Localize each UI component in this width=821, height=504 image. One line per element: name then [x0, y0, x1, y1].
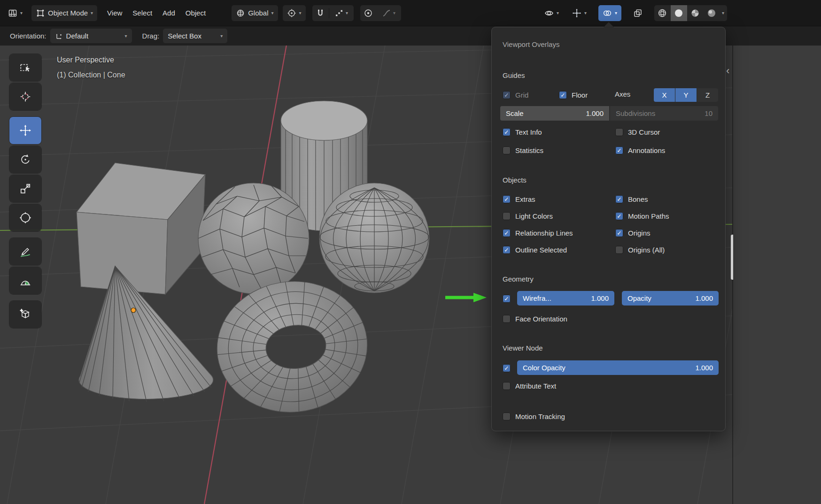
viewport-overlays-panel: Viewport Overlays Guides Grid Floor Axes… — [491, 27, 726, 431]
tool-rotate[interactable] — [9, 146, 41, 173]
section-objects: Objects — [503, 176, 527, 184]
light-colors-checkbox[interactable] — [503, 212, 511, 220]
add-cube-icon — [19, 308, 31, 321]
shading-solid-icon — [674, 8, 684, 18]
proportional-editing-toggle[interactable] — [360, 5, 377, 21]
sidebar-collapse-chevron[interactable]: ‹ — [726, 65, 729, 77]
bones-checkbox-row[interactable]: Bones — [615, 192, 648, 206]
origins-checkbox-row[interactable]: Origins — [615, 226, 651, 240]
annotations-checkbox[interactable] — [615, 146, 623, 154]
tool-transform[interactable] — [9, 204, 41, 231]
3d-cursor-checkbox[interactable] — [615, 128, 623, 136]
grid-checkbox-row[interactable]: Grid — [503, 88, 528, 102]
motion-tracking-checkbox[interactable] — [503, 412, 511, 420]
relationship-lines-checkbox-row[interactable]: Relationship Lines — [503, 226, 573, 240]
face-orientation-checkbox-row[interactable]: Face Orientation — [503, 312, 567, 326]
snap-settings-dropdown[interactable]: ▾ — [329, 5, 354, 21]
tool-measure[interactable] — [9, 267, 41, 294]
scale-icon — [19, 183, 31, 195]
face-orientation-checkbox[interactable] — [503, 315, 511, 323]
menu-select[interactable]: Select — [127, 5, 157, 21]
snap-magnet-toggle[interactable] — [312, 5, 329, 21]
tool-annotate[interactable] — [9, 238, 41, 265]
origins-all-checkbox-row[interactable]: Origins (All) — [615, 243, 665, 257]
menu-object[interactable]: Object — [180, 5, 211, 21]
origins-checkbox[interactable] — [615, 229, 623, 237]
relationship-lines-checkbox[interactable] — [503, 229, 511, 237]
orientation-axes-icon — [55, 32, 62, 40]
wireframe-checkbox[interactable] — [503, 295, 511, 303]
gizmos-dropdown[interactable]: ▾ — [568, 5, 591, 21]
floor-checkbox-row[interactable]: Floor — [559, 88, 588, 102]
shading-material-button[interactable] — [687, 5, 704, 21]
motion-paths-checkbox[interactable] — [615, 212, 623, 220]
proportional-falloff-dropdown[interactable]: ▾ — [377, 5, 401, 21]
viewport-perspective-label: User Perspective — [57, 53, 125, 68]
bones-checkbox[interactable] — [615, 195, 623, 203]
attribute-text-checkbox[interactable] — [503, 382, 511, 390]
motion-paths-checkbox-row[interactable]: Motion Paths — [615, 209, 669, 223]
object-visibility-dropdown[interactable]: ▾ — [540, 5, 563, 21]
object-icosphere[interactable] — [198, 183, 309, 294]
color-opacity-checkbox-row[interactable] — [503, 361, 511, 375]
chevron-down-icon: ▾ — [557, 11, 559, 15]
floor-checkbox[interactable] — [559, 91, 567, 99]
snap-settings-icon — [334, 8, 344, 18]
shading-rendered-button[interactable] — [704, 5, 720, 21]
mode-dropdown[interactable]: Object Mode ▾ — [31, 5, 97, 21]
orientation-value: Default — [66, 32, 89, 40]
shading-dropdown-chevron[interactable]: ▾ — [722, 11, 724, 15]
menu-view[interactable]: View — [102, 5, 127, 21]
text-info-checkbox[interactable] — [503, 128, 511, 136]
orientation-dropdown[interactable]: Default ▾ — [50, 29, 132, 43]
xray-toggle[interactable] — [629, 5, 647, 21]
tool-select-box[interactable] — [9, 54, 41, 81]
overlays-dropdown[interactable]: ▾ — [598, 5, 621, 21]
tool-add-cube[interactable] — [9, 301, 41, 328]
axis-z-toggle[interactable]: Z — [697, 88, 718, 102]
tool-move[interactable] — [9, 117, 41, 144]
tool-scale[interactable] — [9, 175, 41, 202]
transform-orientation-label: Global — [248, 9, 268, 17]
object-uv-sphere[interactable] — [319, 183, 429, 293]
shading-solid-button[interactable] — [671, 5, 687, 21]
wireframe-opacity-slider[interactable]: Wirefra... 1.000 — [517, 291, 614, 305]
extras-checkbox-row[interactable]: Extras — [503, 192, 535, 206]
text-info-checkbox-row[interactable]: Text Info — [503, 125, 542, 139]
tool-cursor[interactable] — [9, 83, 41, 110]
light-colors-checkbox-row[interactable]: Light Colors — [503, 209, 553, 223]
outline-selected-checkbox-row[interactable]: Outline Selected — [503, 243, 567, 257]
chevron-down-icon: ▾ — [271, 11, 273, 15]
axis-y-toggle[interactable]: Y — [675, 88, 697, 102]
attribute-text-checkbox-row[interactable]: Attribute Text — [503, 379, 556, 393]
grid-subdivisions-slider[interactable]: Subdivisions 10 — [610, 106, 718, 121]
outline-selected-checkbox[interactable] — [503, 246, 511, 254]
motion-tracking-checkbox-row[interactable]: Motion Tracking — [503, 409, 565, 423]
grid-checkbox[interactable] — [503, 91, 511, 99]
geometry-opacity-slider[interactable]: Opacity 1.000 — [622, 291, 719, 305]
grid-scale-slider[interactable]: Scale 1.000 — [500, 106, 609, 121]
statistics-checkbox-row[interactable]: Statistics — [503, 143, 543, 157]
object-visibility-icon — [544, 8, 554, 18]
color-opacity-checkbox[interactable] — [503, 364, 511, 372]
wireframe-checkbox-row[interactable] — [503, 291, 511, 305]
3d-cursor-checkbox-row[interactable]: 3D Cursor — [615, 125, 660, 139]
drag-dropdown[interactable]: Select Box ▾ — [163, 29, 227, 43]
annotations-checkbox-row[interactable]: Annotations — [615, 143, 665, 157]
editor-type-button[interactable]: ▾ — [4, 5, 27, 21]
origins-all-checkbox[interactable] — [615, 246, 623, 254]
area-resize-handle[interactable] — [731, 235, 733, 280]
shading-wireframe-button[interactable] — [654, 5, 671, 21]
transform-orientation-dropdown[interactable]: Global ▾ — [232, 5, 278, 21]
pivot-point-dropdown[interactable]: ▾ — [283, 5, 306, 21]
statistics-checkbox[interactable] — [503, 146, 511, 154]
menu-add[interactable]: Add — [157, 5, 180, 21]
measure-icon — [19, 275, 31, 287]
snap-group: ▾ — [312, 5, 354, 21]
panel-title: Viewport Overlays — [503, 40, 559, 48]
mode-dropdown-label: Object Mode — [48, 9, 88, 17]
extras-checkbox[interactable] — [503, 195, 511, 203]
section-geometry: Geometry — [503, 275, 534, 283]
axis-x-toggle[interactable]: X — [654, 88, 675, 102]
color-opacity-slider[interactable]: Color Opacity 1.000 — [517, 360, 719, 375]
